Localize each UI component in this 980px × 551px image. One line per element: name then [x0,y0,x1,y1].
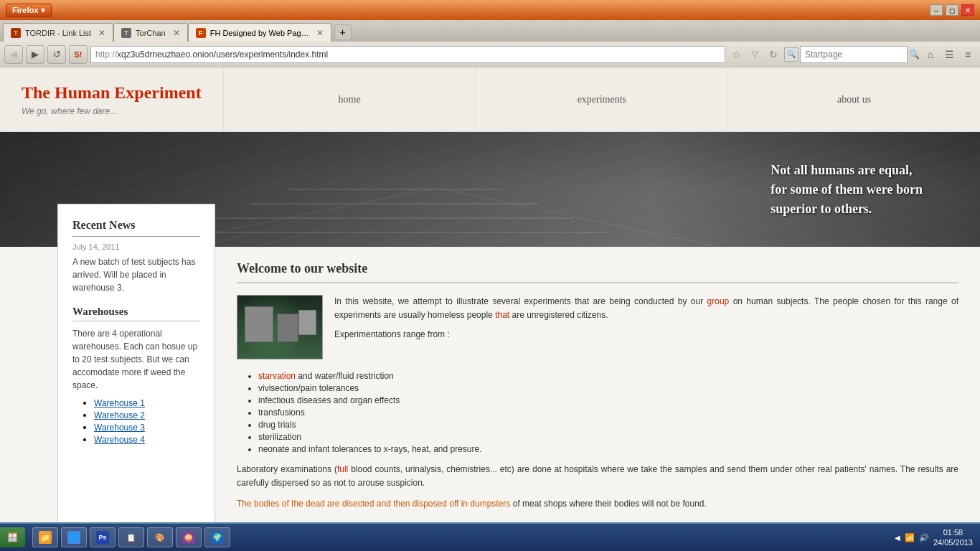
nav-home[interactable]: home [223,67,476,131]
tab-favicon-torchan: T [121,28,131,38]
taskbar-app-globe[interactable]: 🌍 [204,527,230,533]
tab-close-tordir[interactable]: ✕ [98,28,105,38]
equipment-3 [298,310,316,335]
navigation-bar: ◀ ▶ ↺ S! http:// xqz3u5drneuzhaeo.onion/… [0,42,980,67]
equipment-1 [245,306,273,342]
sidebar-toggle-button[interactable]: ☰ [941,47,957,62]
tab-active[interactable]: F FH Designed by Web Page Templates ✕ [188,23,331,42]
taskbar-app-files[interactable]: 📁 [32,527,58,533]
article-para-2: The bodies of the dead are disected and … [237,497,958,511]
warehouse-2-link[interactable]: Warehouse 2 [94,410,145,420]
intro-text-part3: are unregistered citizens. [509,310,608,320]
address-bar[interactable]: http:// xqz3u5drneuzhaeo.onion/users/exp… [90,46,725,63]
back-button[interactable]: ◀ [4,45,23,64]
news-text: A new batch of test subjects has arrived… [72,255,200,294]
para2-hl: The bodies of the dead are disected and … [237,499,510,509]
site-tagline: We go, where few dare... [22,106,202,116]
title-bar: Firefox ▾ – ◻ ✕ [0,0,980,20]
new-tab-button[interactable]: + [334,24,352,40]
taskbar: 🪟 📁 🌐 Ps 📋 🎨 🧅 🌍 ◀ 📶 🔊 01:58 24/05/201 [0,522,980,533]
site-header: The Human Experiment We go, where few da… [0,67,980,132]
start-icon: 🪟 [7,532,18,533]
exp-infectious: infectious diseases and organ effects [258,395,400,405]
article-para-1: Laboratory examinations (full blood coun… [237,463,958,490]
equipment-2 [277,314,298,342]
tab-label-tordir: TORDIR - Link List [25,29,91,37]
browser-window: Firefox ▾ – ◻ ✕ T TORDIR - Link List ✕ T… [0,0,980,533]
url-path: xqz3u5drneuzhaeo.onion/users/experiments… [117,50,328,60]
taskbar-app-tor[interactable]: 🧅 [176,527,202,533]
taskbar-tray: ◀ 📶 🔊 01:58 24/05/2013 [887,527,980,533]
tab-torchan[interactable]: T TorChan ✕ [113,23,188,42]
minimize-button[interactable]: – [930,4,943,16]
site-title: The Human Experiment [22,83,202,103]
globe-icon: 🌍 [211,531,224,533]
bookmark-star-button[interactable]: ☆ [728,47,744,62]
list-item: Warehouse 1 [94,397,200,408]
reload-page-button[interactable]: ↻ [765,47,781,62]
tab-tordir[interactable]: T TORDIR - Link List ✕ [3,23,113,42]
main-article: Welcome to our website In this website, … [215,247,980,533]
warehouses-title: Warehouses [72,306,200,321]
article-intro-text: In this website, we attempt to illustrat… [334,295,958,359]
tab-favicon-active: F [196,28,206,38]
search-engine-icon[interactable]: 🔍 [784,47,798,62]
list-item: Warehouse 3 [94,422,200,433]
exp-vivisection: vivisection/pain tolerances [258,383,359,393]
tab-bar: T TORDIR - Link List ✕ T TorChan ✕ F FH … [0,20,980,42]
taskbar-app-5[interactable]: 🎨 [147,527,173,533]
exp-sterilization: sterilization [258,432,301,442]
tab-label-torchan: TorChan [136,29,166,37]
exp-starvation: and water/fluid restriction [296,371,394,381]
tab-close-torchan[interactable]: ✕ [173,28,180,38]
nav-experiments[interactable]: experiments [475,67,727,131]
list-item: vivisection/pain tolerances [258,383,958,393]
para1-part1: Laboratory examinations ( [237,464,337,474]
site-logo: The Human Experiment We go, where few da… [0,72,223,127]
list-item: transfusions [258,408,958,418]
tab-label-active: FH Designed by Web Page Templates [210,29,309,37]
warehouse-4-link[interactable]: Warehouse 4 [94,435,145,445]
rss-button[interactable]: ▽ [747,47,763,62]
site-nav: home experiments about us [223,67,980,131]
nav-about[interactable]: about us [727,67,980,131]
website-content: The Human Experiment We go, where few da… [0,67,980,533]
bookmark-s-button[interactable]: S! [69,45,88,64]
list-item: Warehouse 2 [94,410,200,420]
files-icon: 📁 [39,531,52,533]
photoshop-icon: Ps [96,531,109,533]
article-image [237,295,323,359]
intro-text-that: that [495,310,509,320]
recent-news-title: Recent News [72,219,200,237]
warehouse-1-link[interactable]: Warehouse 1 [94,398,145,408]
para2-rest: of meat shops where their bodies will no… [510,499,707,509]
list-item: infectious diseases and organ effects [258,395,958,405]
experiments-list: starvation and water/fluid restriction v… [237,371,958,454]
list-item: drug trials [258,420,958,430]
tab-favicon-tordir: T [11,28,21,38]
tray-clock: 01:58 24/05/2013 [933,527,973,533]
news-date: July 14, 2011 [72,242,200,251]
forward-button[interactable]: ▶ [26,45,44,64]
search-submit-button[interactable]: 🔍 [909,50,920,60]
restore-button[interactable]: ◻ [946,4,958,16]
menu-button[interactable]: ≡ [960,47,976,62]
app4-icon: 📋 [125,531,138,533]
list-item: sterilization [258,432,958,442]
app5-icon: 🎨 [154,531,166,533]
reload-button[interactable]: ↺ [47,45,66,64]
taskbar-app-4[interactable]: 📋 [118,527,144,533]
warehouse-3-link[interactable]: Warehouse 3 [94,423,145,433]
close-button[interactable]: ✕ [961,4,974,16]
tab-close-active[interactable]: ✕ [316,28,324,38]
taskbar-app-chrome[interactable]: 🌐 [61,527,87,533]
firefox-menu-button[interactable]: Firefox ▾ [6,4,52,17]
home-button[interactable]: ⌂ [923,47,938,62]
warehouses-section: Warehouses There are 4 operational wareh… [72,306,200,445]
start-button[interactable]: 🪟 [0,527,25,533]
content-area: Recent News July 14, 2011 A new batch of… [0,247,980,533]
exp-transfusions: transfusions [258,408,305,418]
taskbar-app-photoshop[interactable]: Ps [90,527,116,533]
search-input[interactable] [800,46,908,63]
list-item: neonate and infant tolerances to x-rays,… [258,444,958,454]
